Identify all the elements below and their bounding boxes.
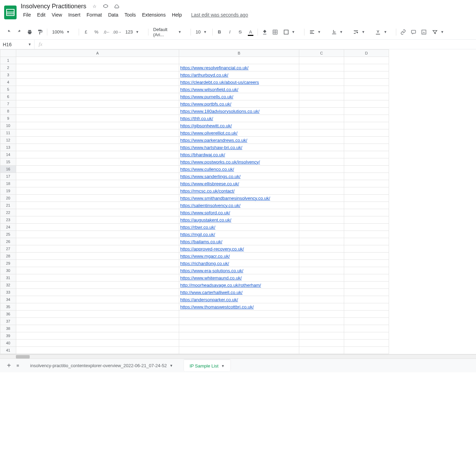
cell[interactable]: [299, 325, 344, 332]
redo-button[interactable]: [14, 27, 24, 37]
cell[interactable]: [344, 144, 389, 151]
cell[interactable]: [179, 57, 299, 64]
cell[interactable]: [344, 71, 389, 79]
cell[interactable]: [299, 231, 344, 238]
cell[interactable]: https://www.180advisorysolutions.co.uk/: [179, 108, 299, 115]
cell[interactable]: [344, 187, 389, 195]
merge-cells-button[interactable]: ▼: [281, 28, 302, 37]
insert-link-button[interactable]: [398, 27, 408, 37]
cell[interactable]: [344, 86, 389, 93]
cell[interactable]: [344, 245, 389, 253]
cell[interactable]: [299, 144, 344, 151]
cell[interactable]: [16, 86, 179, 93]
cell[interactable]: [299, 260, 344, 267]
cell[interactable]: [16, 296, 179, 303]
row-header[interactable]: 8: [0, 108, 16, 115]
zoom-select[interactable]: 100%▼: [49, 28, 77, 37]
horizontal-scrollbar[interactable]: [0, 354, 476, 359]
cell[interactable]: https://www.purnells.co.uk/: [179, 93, 299, 100]
spreadsheet-grid[interactable]: A B C D 12https://www.resolvefinancial.c…: [0, 49, 476, 354]
font-size-select[interactable]: 10▼: [193, 28, 210, 37]
row-header[interactable]: 34: [0, 296, 16, 303]
cell[interactable]: [344, 122, 389, 129]
cell[interactable]: [344, 151, 389, 158]
cloud-icon[interactable]: [113, 3, 120, 10]
cell[interactable]: [16, 151, 179, 158]
bold-button[interactable]: B: [215, 27, 224, 37]
cell[interactable]: [344, 180, 389, 187]
row-header[interactable]: 14: [0, 151, 16, 158]
cell[interactable]: [299, 166, 344, 173]
row-header[interactable]: 6: [0, 93, 16, 100]
cell[interactable]: [344, 318, 389, 325]
cell[interactable]: [16, 216, 179, 224]
cell[interactable]: [16, 195, 179, 202]
italic-button[interactable]: I: [225, 27, 235, 37]
row-header[interactable]: 11: [0, 129, 16, 137]
cell[interactable]: [179, 325, 299, 332]
cell[interactable]: [344, 347, 389, 354]
cell[interactable]: https://www.wilsonfield.co.uk/: [179, 86, 299, 93]
cell[interactable]: [299, 303, 344, 311]
cell[interactable]: [344, 253, 389, 260]
menu-view[interactable]: View: [49, 11, 65, 19]
cell[interactable]: https://www.postworks.co.uk/insolvency/: [179, 158, 299, 166]
undo-button[interactable]: [4, 27, 14, 37]
cell[interactable]: [344, 202, 389, 209]
cell[interactable]: [344, 238, 389, 245]
insert-chart-button[interactable]: [419, 27, 429, 37]
select-all-corner[interactable]: [0, 50, 16, 57]
cell[interactable]: [16, 173, 179, 180]
cell[interactable]: [344, 166, 389, 173]
cell[interactable]: https://www.spford.co.uk/: [179, 209, 299, 216]
cell[interactable]: [179, 318, 299, 325]
cell[interactable]: [16, 79, 179, 86]
row-header[interactable]: 38: [0, 325, 16, 332]
cell[interactable]: [299, 158, 344, 166]
row-header[interactable]: 20: [0, 195, 16, 202]
cell[interactable]: [179, 332, 299, 340]
cell[interactable]: [299, 93, 344, 100]
row-header[interactable]: 39: [0, 332, 16, 340]
menu-format[interactable]: Format: [84, 11, 104, 19]
cell[interactable]: https://salientinsolvency.co.uk/: [179, 202, 299, 209]
cell[interactable]: [16, 224, 179, 231]
cell[interactable]: http://moorheadsavage.co.uk/rotherham/: [179, 282, 299, 289]
cell[interactable]: [16, 158, 179, 166]
formula-input[interactable]: [47, 40, 476, 49]
name-box[interactable]: H16▼: [0, 40, 35, 49]
row-header[interactable]: 4: [0, 79, 16, 86]
cell[interactable]: https://www.parkerandrews.co.uk/: [179, 137, 299, 144]
menu-data[interactable]: Data: [106, 11, 121, 19]
cell[interactable]: [16, 202, 179, 209]
cell[interactable]: [16, 71, 179, 79]
filter-button[interactable]: ▼: [429, 28, 451, 37]
paint-format-button[interactable]: [35, 27, 45, 37]
cell[interactable]: [299, 289, 344, 296]
cell[interactable]: [299, 129, 344, 137]
cell[interactable]: [299, 71, 344, 79]
row-header[interactable]: 35: [0, 303, 16, 311]
cell[interactable]: https://andersonparker.co.uk/: [179, 296, 299, 303]
fill-color-button[interactable]: [260, 27, 270, 37]
font-select[interactable]: Default (Ari...▼: [150, 28, 188, 37]
row-header[interactable]: 16: [0, 166, 16, 173]
currency-button[interactable]: £: [81, 27, 91, 37]
cell[interactable]: https://www.era-solutions.co.uk/: [179, 267, 299, 274]
decrease-decimal-button[interactable]: .0←: [102, 27, 111, 37]
cell[interactable]: [299, 151, 344, 158]
cell[interactable]: [344, 195, 389, 202]
cell[interactable]: https://richardlong.co.uk/: [179, 260, 299, 267]
strikethrough-button[interactable]: S: [235, 27, 245, 37]
cell[interactable]: https://mgjl.co.uk/: [179, 231, 299, 238]
text-rotation-button[interactable]: ▼: [372, 28, 394, 37]
borders-button[interactable]: [270, 27, 280, 37]
cell[interactable]: [16, 340, 179, 347]
cell[interactable]: [16, 166, 179, 173]
more-formats-select[interactable]: 123▼: [123, 28, 146, 37]
add-sheet-button[interactable]: +: [7, 362, 11, 370]
row-header[interactable]: 24: [0, 224, 16, 231]
cell[interactable]: [16, 303, 179, 311]
cell[interactable]: [16, 187, 179, 195]
cell[interactable]: [179, 347, 299, 354]
